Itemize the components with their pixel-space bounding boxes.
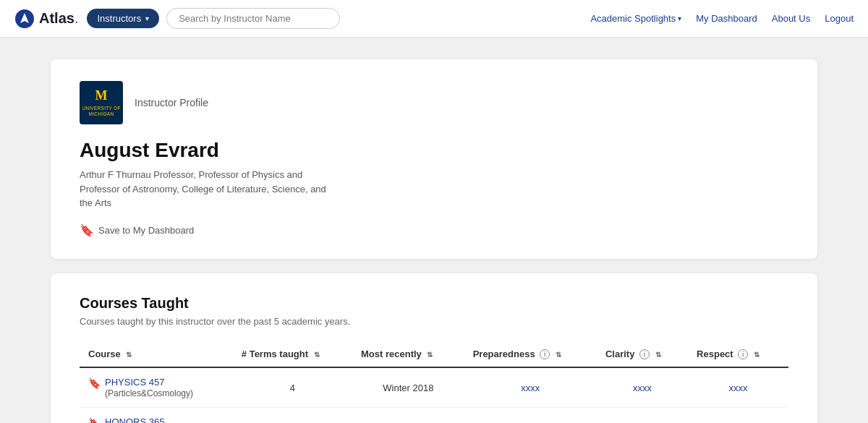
sort-icon-most-recently[interactable]: ⇅ xyxy=(427,351,433,359)
logo-text: Atlas. xyxy=(39,10,78,27)
academic-spotlights-link[interactable]: Academic Spotlights ▾ xyxy=(590,13,681,24)
clarity-cell: xxxx xyxy=(597,367,688,408)
table-header-row: Course ⇅ # Terms taught ⇅ Most recently … xyxy=(80,341,788,368)
atlas-logo-icon xyxy=(14,9,35,29)
profile-card: M UNIVERSITY OF MICHIGAN Instructor Prof… xyxy=(51,59,817,259)
respect-cell: xxxx xyxy=(688,408,788,423)
sort-icon-course[interactable]: ⇅ xyxy=(126,351,132,359)
profile-header: M UNIVERSITY OF MICHIGAN Instructor Prof… xyxy=(80,81,788,124)
terms-cell: 3 xyxy=(233,408,352,423)
about-us-link[interactable]: About Us xyxy=(772,13,810,24)
preparedness-cell: xxxx xyxy=(464,408,597,423)
courses-table: Course ⇅ # Terms taught ⇅ Most recently … xyxy=(80,341,788,424)
col-header-respect: Respect i ⇅ xyxy=(688,341,788,368)
info-icon-preparedness[interactable]: i xyxy=(540,349,550,359)
search-input[interactable] xyxy=(166,8,340,29)
sort-icon-respect[interactable]: ⇅ xyxy=(754,351,760,359)
course-info: PHYSICS 457 (Particles&Cosmology) xyxy=(105,377,193,398)
courses-subtitle: Courses taught by this instructor over t… xyxy=(80,316,788,327)
course-info: HONORS 365 (Cyberscience) xyxy=(105,416,164,423)
preparedness-link[interactable]: xxxx xyxy=(521,383,540,393)
respect-cell: xxxx xyxy=(688,367,788,408)
table-row: 🔖 PHYSICS 457 (Particles&Cosmology) 4Win… xyxy=(80,367,788,408)
save-btn-label: Save to My Dashboard xyxy=(98,225,194,236)
row-bookmark-icon: 🔖 xyxy=(88,417,101,423)
clarity-cell: xxxx xyxy=(597,408,688,423)
most-recently-cell: Fall 2017 xyxy=(352,408,464,423)
instructor-name: August Evrard xyxy=(80,139,788,162)
col-header-preparedness: Preparedness i ⇅ xyxy=(464,341,597,368)
academic-spotlights-chevron: ▾ xyxy=(678,14,681,22)
respect-link[interactable]: xxxx xyxy=(729,383,748,393)
col-header-course: Course ⇅ xyxy=(80,341,233,368)
info-icon-respect[interactable]: i xyxy=(738,349,748,359)
header-nav: Academic Spotlights ▾ My Dashboard About… xyxy=(590,13,854,24)
logout-link[interactable]: Logout xyxy=(825,13,854,24)
header: Atlas. Instructors ▾ Academic Spotlights… xyxy=(0,0,868,38)
terms-cell: 4 xyxy=(233,367,352,408)
academic-spotlights-label: Academic Spotlights xyxy=(590,13,676,24)
university-logo: M UNIVERSITY OF MICHIGAN xyxy=(80,81,123,124)
main-content: M UNIVERSITY OF MICHIGAN Instructor Prof… xyxy=(36,59,832,423)
table-row: 🔖 HONORS 365 (Cyberscience) 3Fall 2017xx… xyxy=(80,408,788,423)
logo-area: Atlas. xyxy=(14,9,78,29)
instructors-label: Instructors xyxy=(97,13,141,24)
svg-text:UNIVERSITY OF: UNIVERSITY OF xyxy=(82,106,120,111)
course-name-cell: 🔖 PHYSICS 457 (Particles&Cosmology) xyxy=(88,377,224,398)
preparedness-cell: xxxx xyxy=(464,367,597,408)
sort-icon-preparedness[interactable]: ⇅ xyxy=(556,351,561,359)
courses-card: Courses Taught Courses taught by this in… xyxy=(51,273,817,424)
instructor-title: Arthur F Thurnau Professor, Professor of… xyxy=(80,168,340,210)
most-recently-cell: Winter 2018 xyxy=(352,367,464,408)
instructors-button[interactable]: Instructors ▾ xyxy=(87,9,159,28)
svg-text:MICHIGAN: MICHIGAN xyxy=(89,111,114,116)
profile-label: Instructor Profile xyxy=(135,97,208,108)
course-link[interactable]: PHYSICS 457 xyxy=(105,377,164,388)
course-sub: (Particles&Cosmology) xyxy=(105,388,193,398)
course-link[interactable]: HONORS 365 xyxy=(105,416,164,423)
chevron-down-icon: ▾ xyxy=(145,14,149,22)
row-bookmark-icon: 🔖 xyxy=(88,377,101,389)
courses-title: Courses Taught xyxy=(80,295,788,312)
save-to-dashboard-button[interactable]: 🔖 Save to My Dashboard xyxy=(80,223,194,237)
clarity-link[interactable]: xxxx xyxy=(633,383,652,393)
umich-logo-svg: M UNIVERSITY OF MICHIGAN xyxy=(82,84,120,121)
sort-icon-clarity[interactable]: ⇅ xyxy=(655,351,661,359)
col-header-terms: # Terms taught ⇅ xyxy=(233,341,352,368)
bookmark-icon: 🔖 xyxy=(80,223,94,237)
sort-icon-terms[interactable]: ⇅ xyxy=(314,351,320,359)
profile-label-container: Instructor Profile xyxy=(135,97,208,108)
col-header-most-recently: Most recently ⇅ xyxy=(352,341,464,368)
my-dashboard-link[interactable]: My Dashboard xyxy=(696,13,757,24)
info-icon-clarity[interactable]: i xyxy=(639,349,650,359)
svg-text:M: M xyxy=(95,88,108,103)
course-name-cell: 🔖 HONORS 365 (Cyberscience) xyxy=(88,416,224,423)
col-header-clarity: Clarity i ⇅ xyxy=(597,341,688,368)
